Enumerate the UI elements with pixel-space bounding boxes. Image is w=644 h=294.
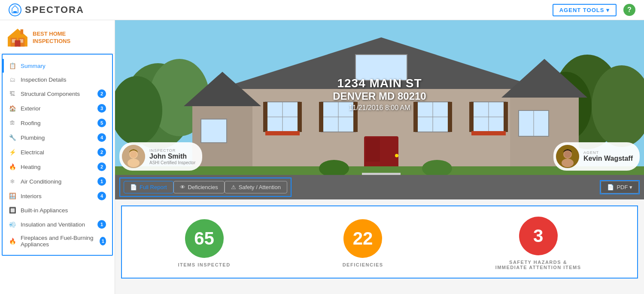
sidebar-label-insulation-ventilation: Insulation and Ventilation <box>21 221 85 228</box>
toolbar-row: 📄 Full Report 👁 Deficiencies ⚠ Safety / … <box>115 175 644 199</box>
sidebar-nav-border: 📋Summary🗂Inspection Details🏗Structural C… <box>2 54 113 256</box>
sidebar-item-summary[interactable]: 📋Summary <box>3 59 112 73</box>
roofing-icon: 🏚 <box>9 119 16 127</box>
sidebar-badge-exterior: 3 <box>97 104 106 113</box>
stat-deficiencies: 22 DEFICIENCIES <box>343 219 383 267</box>
sidebar-item-built-in-appliances[interactable]: 🔲Built-in Appliances <box>3 203 112 217</box>
svg-rect-9 <box>15 40 20 47</box>
sidebar-item-air-conditioning[interactable]: ❄Air Conditioning1 <box>3 174 112 189</box>
deficiencies-button[interactable]: 👁 Deficiencies <box>173 181 225 193</box>
sidebar-item-heating[interactable]: 🔥Heating2 <box>3 159 112 174</box>
sidebar-label-inspection-details: Inspection Details <box>21 77 67 83</box>
svg-rect-3 <box>13 11 17 13</box>
sidebar-item-roofing[interactable]: 🏚Roofing5 <box>3 116 112 130</box>
deficiencies-label: DEFICIENCIES <box>343 262 383 267</box>
agent-tools-button[interactable]: AGENT TOOLS ▾ <box>553 4 617 16</box>
toolbar-right-box: 📄 PDF ▾ <box>600 180 640 194</box>
sidebar-item-insulation-ventilation[interactable]: 💨Insulation and Ventilation1 <box>3 217 112 232</box>
content-area: 1234 MAIN ST DENVER MD 80210 11/21/2016 … <box>115 20 644 294</box>
sidebar-label-summary: Summary <box>21 63 46 69</box>
stat-items-inspected: 65 ITEMS INSPECTED <box>178 219 231 267</box>
sidebar-label-roofing: Roofing <box>21 120 41 126</box>
sidebar-badge-electrical: 2 <box>97 148 106 156</box>
agent-card: AGENT Kevin Wagstaff <box>553 142 640 171</box>
navbar-logo: SPECTORA <box>9 3 84 16</box>
svg-point-61 <box>130 151 137 158</box>
inspector-role: INSPECTOR <box>149 148 195 153</box>
sidebar-badge-interiors: 4 <box>97 192 106 200</box>
svg-rect-44 <box>298 102 302 132</box>
safety-hazards-value: 3 <box>533 226 543 246</box>
navbar: SPECTORA AGENT TOOLS ▾ ? <box>0 0 644 20</box>
svg-rect-49 <box>469 102 474 132</box>
sidebar: BEST HOME INSPECTIONS 📋Summary🗂Inspectio… <box>0 20 115 294</box>
sidebar-item-electrical[interactable]: ⚡Electrical2 <box>3 145 112 159</box>
svg-rect-40 <box>201 119 227 143</box>
sidebar-badge-roofing: 5 <box>97 119 106 127</box>
inspection-details-icon: 🗂 <box>9 76 16 83</box>
inspector-info: INSPECTOR John Smith ASHI Certified Insp… <box>149 148 195 165</box>
sidebar-label-electrical: Electrical <box>21 149 44 156</box>
full-report-button[interactable]: 📄 Full Report <box>124 181 173 193</box>
sidebar-item-interiors[interactable]: 🪟Interiors4 <box>3 189 112 203</box>
svg-rect-52 <box>471 131 506 135</box>
stat-safety-hazards: 3 SAFETY HAZARDS &IMMEDIATE ATTENTION IT… <box>495 217 581 270</box>
main-layout: BEST HOME INSPECTIONS 📋Summary🗂Inspectio… <box>0 20 644 294</box>
svg-point-32 <box>395 154 398 157</box>
svg-rect-45 <box>319 102 323 132</box>
deficiencies-icon: 👁 <box>180 184 185 190</box>
agent-avatar <box>556 145 579 168</box>
deficiencies-value: 22 <box>353 228 373 249</box>
address-line2: DENVER MD 80210 <box>333 90 426 102</box>
sidebar-label-fireplaces: Fireplaces and Fuel-Burning Appliances <box>21 235 95 248</box>
sidebar-nav: 📋Summary🗂Inspection Details🏗Structural C… <box>3 55 112 255</box>
inspector-name: John Smith <box>149 153 195 160</box>
svg-point-64 <box>562 159 574 167</box>
sidebar-logo-area: BEST HOME INSPECTIONS <box>0 20 115 54</box>
sidebar-label-interiors: Interiors <box>21 193 42 199</box>
sidebar-item-plumbing[interactable]: 🔧Plumbing4 <box>3 130 112 145</box>
exterior-icon: 🏠 <box>9 104 16 112</box>
electrical-icon: ⚡ <box>9 148 16 156</box>
plumbing-icon: 🔧 <box>9 134 16 141</box>
sidebar-badge-fireplaces: 1 <box>100 237 106 245</box>
svg-rect-51 <box>265 131 300 135</box>
agent-info: AGENT Kevin Wagstaff <box>583 150 633 162</box>
interiors-icon: 🪟 <box>9 192 16 200</box>
company-logo-icon <box>7 28 28 47</box>
sidebar-item-structural-components[interactable]: 🏗Structural Components2 <box>3 86 112 101</box>
deficiencies-circle: 22 <box>343 219 382 258</box>
hero-section: 1234 MAIN ST DENVER MD 80210 11/21/2016 … <box>115 20 644 175</box>
sidebar-item-exterior[interactable]: 🏠Exterior3 <box>3 101 112 116</box>
sidebar-label-built-in-appliances: Built-in Appliances <box>21 207 68 214</box>
safety-hazards-circle: 3 <box>519 217 558 255</box>
air-conditioning-icon: ❄ <box>9 178 16 185</box>
navbar-right: AGENT TOOLS ▾ ? <box>553 4 635 16</box>
brand-name: SPECTORA <box>25 4 84 15</box>
safety-attention-button[interactable]: ⚠ Safety / Attention <box>225 181 287 193</box>
svg-point-65 <box>564 151 571 158</box>
sidebar-label-plumbing: Plumbing <box>21 135 45 141</box>
svg-rect-43 <box>263 102 267 132</box>
pdf-icon: 📄 <box>607 184 614 190</box>
sidebar-label-structural-components: Structural Components <box>21 91 80 97</box>
svg-rect-50 <box>504 102 508 132</box>
sidebar-badge-insulation-ventilation: 1 <box>97 220 106 229</box>
full-report-icon: 📄 <box>130 184 137 190</box>
pdf-button[interactable]: 📄 PDF ▾ <box>601 181 639 193</box>
inspector-cert: ASHI Certified Inspector <box>149 160 195 165</box>
safety-icon: ⚠ <box>231 184 236 190</box>
fireplaces-icon: 🔥 <box>9 237 16 245</box>
svg-rect-31 <box>366 138 380 162</box>
svg-point-60 <box>128 159 140 167</box>
sidebar-item-fireplaces[interactable]: 🔥Fireplaces and Fuel-Burning Appliances1 <box>3 232 112 251</box>
insulation-ventilation-icon: 💨 <box>9 220 16 228</box>
spectora-logo-icon <box>9 3 21 16</box>
heating-icon: 🔥 <box>9 163 16 171</box>
help-icon[interactable]: ? <box>623 4 635 16</box>
summary-icon: 📋 <box>9 62 16 70</box>
items-inspected-value: 65 <box>194 228 214 249</box>
sidebar-item-inspection-details[interactable]: 🗂Inspection Details <box>3 73 112 86</box>
inspector-card: INSPECTOR John Smith ASHI Certified Insp… <box>119 142 202 171</box>
company-name: BEST HOME INSPECTIONS <box>33 31 70 45</box>
